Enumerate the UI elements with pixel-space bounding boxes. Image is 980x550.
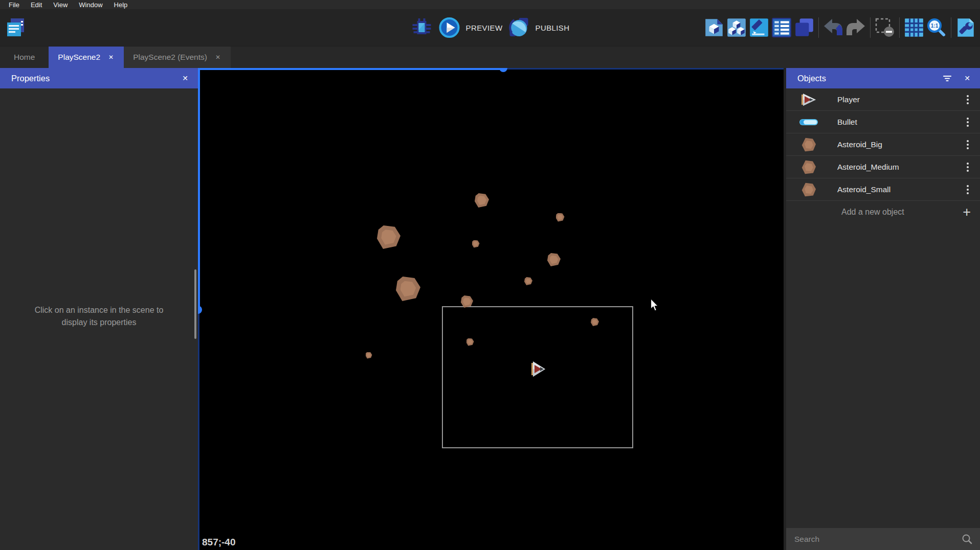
objects-panel: Objects ✕ Player Bullet Asteroid_Big Ast…	[786, 68, 980, 550]
h-scrollbar-track[interactable]	[198, 68, 503, 70]
tab-label: PlayScene2 (Events)	[133, 53, 207, 62]
menu-window[interactable]: Window	[73, 1, 108, 9]
properties-header: Properties ✕	[0, 68, 198, 88]
preview-play-icon	[438, 16, 461, 39]
asteroid-instance[interactable]	[547, 253, 561, 266]
object-label: Bullet	[837, 118, 964, 127]
menu-bar: File Edit View Window Help	[0, 0, 980, 9]
object-row-asteroid_medium[interactable]: Asteroid_Medium	[786, 156, 980, 178]
menu-edit[interactable]: Edit	[25, 1, 48, 9]
object-label: Asteroid_Small	[837, 185, 964, 194]
v-scrollbar-track[interactable]	[198, 68, 200, 309]
scene-canvas[interactable]: 857;-40	[198, 68, 784, 550]
h-scrollbar-thumb[interactable]	[499, 68, 507, 72]
redo-icon[interactable]	[844, 16, 867, 39]
grid-icon[interactable]	[903, 16, 925, 39]
toolbar-separator	[818, 17, 819, 38]
properties-scrollbar[interactable]	[194, 269, 196, 339]
object-label: Asteroid_Big	[837, 140, 964, 149]
publish-button[interactable]: PUBLISH	[507, 16, 569, 39]
clear-selection-icon[interactable]	[874, 16, 896, 39]
h-scrollbar-track[interactable]	[503, 68, 784, 70]
object-row-asteroid_big[interactable]: Asteroid_Big	[786, 133, 980, 156]
asteroid-instance[interactable]	[377, 225, 400, 249]
asteroid-highlight	[592, 319, 597, 325]
asteroid-icon	[798, 182, 819, 197]
tab-close-icon[interactable]: ✕	[214, 53, 221, 61]
asteroid-instance[interactable]	[475, 193, 489, 208]
menu-help[interactable]: Help	[108, 1, 133, 9]
tab-close-icon[interactable]: ✕	[107, 53, 115, 61]
add-object-label: Add a new object	[841, 208, 904, 217]
mouse-cursor	[650, 299, 659, 312]
object-menu-button[interactable]	[964, 116, 972, 129]
menu-view[interactable]: View	[48, 1, 73, 9]
debugger-icon[interactable]	[411, 16, 433, 39]
toolbar-separator	[899, 17, 900, 38]
tab-playscene2-events[interactable]: PlayScene2 (Events) ✕	[124, 47, 231, 68]
search-icon[interactable]	[962, 534, 973, 545]
search-input[interactable]	[794, 535, 962, 544]
object-menu-button[interactable]	[964, 93, 972, 106]
player-instance[interactable]	[529, 360, 547, 378]
layers-icon[interactable]	[793, 16, 815, 39]
properties-title: Properties	[11, 74, 180, 83]
objects-header: Objects ✕	[786, 68, 980, 88]
asteroid-highlight	[526, 279, 531, 284]
object-menu-button[interactable]	[964, 161, 972, 174]
object-menu-button[interactable]	[964, 138, 972, 151]
tab-playscene2[interactable]: PlayScene2 ✕	[49, 47, 124, 68]
undo-icon[interactable]	[822, 16, 844, 39]
asteroid-highlight	[400, 281, 416, 297]
objects-search-bar	[786, 528, 980, 550]
object-row-bullet[interactable]: Bullet	[786, 111, 980, 133]
player-ship-icon	[798, 93, 819, 107]
asteroid-highlight	[550, 256, 559, 264]
asteroid-highlight	[381, 230, 396, 244]
preview-button[interactable]: PREVIEW	[438, 16, 503, 39]
object-row-asteroid_small[interactable]: Asteroid_Small	[786, 178, 980, 201]
object-row-player[interactable]: Player	[786, 88, 980, 111]
asteroid-instance[interactable]	[366, 352, 372, 359]
plus-icon: +	[963, 205, 971, 219]
svg-text:1:1: 1:1	[931, 23, 939, 29]
properties-panel: Properties ✕ Click on an instance in the…	[0, 68, 198, 550]
menu-file[interactable]: File	[3, 1, 25, 9]
v-scrollbar-thumb[interactable]	[198, 306, 202, 314]
v-scrollbar-track[interactable]	[198, 309, 199, 550]
instances-list-icon[interactable]	[770, 16, 793, 39]
asteroid-highlight	[558, 215, 563, 220]
asteroid-highlight	[477, 196, 486, 205]
object-label: Player	[837, 95, 964, 104]
asteroid-instance[interactable]	[472, 240, 480, 248]
object-label: Asteroid_Medium	[837, 163, 964, 172]
properties-empty-message: Click on an instance in the scene to dis…	[0, 304, 198, 329]
instance-properties-icon[interactable]	[703, 16, 725, 39]
close-icon[interactable]: ✕	[962, 73, 972, 83]
toolbar-separator	[951, 17, 951, 38]
cursor-coordinates: 857;-40	[202, 537, 236, 548]
publish-label: PUBLISH	[535, 24, 569, 32]
asteroid-icon	[798, 137, 819, 152]
asteroid-highlight	[367, 353, 371, 357]
toolbar: PREVIEW PUBLISH	[0, 9, 980, 46]
tab-home[interactable]: Home	[0, 47, 49, 68]
asteroid-instance[interactable]	[556, 213, 565, 222]
object-groups-icon[interactable]	[748, 16, 770, 39]
objects-list-icon[interactable]	[725, 16, 748, 39]
object-menu-button[interactable]	[964, 183, 972, 196]
toolbar-separator	[870, 17, 871, 38]
tab-label: Home	[14, 53, 35, 62]
preview-label: PREVIEW	[466, 24, 503, 32]
project-manager-icon[interactable]	[4, 16, 27, 39]
filter-icon[interactable]	[942, 73, 953, 83]
asteroid-highlight	[473, 241, 478, 246]
add-object-button[interactable]: Add a new object +	[786, 201, 980, 223]
project-settings-icon[interactable]	[954, 16, 977, 39]
asteroid-instance[interactable]	[396, 277, 420, 301]
close-icon[interactable]: ✕	[180, 73, 190, 83]
tab-label: PlayScene2	[58, 53, 100, 62]
zoom-original-icon[interactable]: 1:1	[925, 16, 948, 39]
main-area: Properties ✕ Click on an instance in the…	[0, 68, 980, 550]
asteroid-instance[interactable]	[524, 277, 532, 285]
